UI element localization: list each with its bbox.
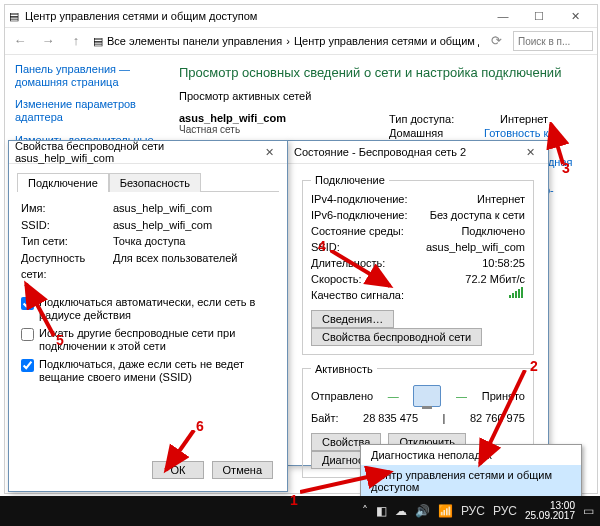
up-button[interactable]: ↑: [65, 31, 87, 51]
close-icon[interactable]: ✕: [257, 141, 281, 163]
breadcrumb[interactable]: ▤ Все элементы панели управления › Центр…: [93, 35, 479, 48]
minimize-button[interactable]: —: [485, 5, 521, 27]
window-title: Центр управления сетями и общим доступом: [19, 10, 485, 22]
tray-app-icon[interactable]: ◧: [376, 504, 387, 518]
tray-lang[interactable]: РУС: [461, 504, 485, 518]
breadcrumb-icon: ▤: [93, 35, 103, 48]
tab-connection[interactable]: Подключение: [17, 173, 109, 192]
computer-icon: [413, 385, 441, 407]
props-title: Свойства беспроводной сети asus_help_wif…: [15, 140, 257, 164]
label-sent: Отправлено: [311, 390, 373, 402]
fieldset-connection: Подключение IPv4-подключение:Интернет IP…: [302, 174, 534, 355]
forward-button[interactable]: →: [37, 31, 59, 51]
close-icon[interactable]: ✕: [518, 141, 542, 163]
menu-item-network-center[interactable]: Центр управления сетями и общим доступом: [361, 465, 581, 497]
label-recv: Принято: [482, 390, 525, 402]
breadcrumb-part[interactable]: Центр управления сетями и общим доступом: [294, 35, 479, 47]
breadcrumb-part[interactable]: Все элементы панели управления: [107, 35, 282, 47]
legend-activity: Активность: [311, 363, 377, 375]
label-access: Тип доступа:: [389, 112, 494, 126]
tray-network-icon[interactable]: 📶: [438, 504, 453, 518]
back-button[interactable]: ←: [9, 31, 31, 51]
tab-security[interactable]: Безопасность: [109, 173, 201, 192]
app-icon: ▤: [9, 10, 19, 23]
cancel-button[interactable]: Отмена: [212, 461, 273, 479]
search-input[interactable]: [513, 31, 593, 51]
tray-up-icon[interactable]: ˄: [362, 504, 368, 518]
status-title: Состояние - Беспроводная сеть 2: [294, 146, 518, 158]
page-subheading: Просмотр активных сетей: [179, 90, 583, 102]
refresh-button[interactable]: ⟳: [485, 31, 507, 51]
menu-item-diagnose[interactable]: Диагностика неполадок: [361, 445, 581, 465]
value-bytes-sent: 28 835 475: [363, 411, 418, 427]
address-bar: ← → ↑ ▤ Все элементы панели управления ›…: [5, 27, 597, 55]
tray-volume-icon[interactable]: 🔊: [415, 504, 430, 518]
wifi-properties-dialog: Свойства беспроводной сети asus_help_wif…: [8, 140, 288, 492]
checkbox-autoconnect[interactable]: Подключаться автоматически, если сеть в …: [21, 296, 275, 322]
wifi-properties-button[interactable]: Свойства беспроводной сети: [311, 328, 482, 346]
checkbox-hidden-ssid[interactable]: Подключаться, даже если сеть не ведет ве…: [21, 358, 275, 384]
network-name: asus_help_wifi_com: [179, 112, 359, 124]
taskbar: ˄ ◧ ☁ 🔊 📶 РУС РУС 13:00 25.09.2017 ▭: [0, 496, 600, 526]
tray-onedrive-icon[interactable]: ☁: [395, 504, 407, 518]
value-access: Интернет: [500, 112, 548, 126]
maximize-button[interactable]: ☐: [521, 5, 557, 27]
tray-notifications-icon[interactable]: ▭: [583, 504, 594, 518]
value-bytes-recv: 82 760 975: [470, 411, 525, 427]
close-button[interactable]: ✕: [557, 5, 593, 27]
titlebar: ▤ Центр управления сетями и общим доступ…: [5, 5, 597, 27]
tray-clock[interactable]: 13:00 25.09.2017: [525, 501, 575, 521]
tray-lang[interactable]: РУС: [493, 504, 517, 518]
details-button[interactable]: Сведения…: [311, 310, 394, 328]
nav-link-adapter[interactable]: Изменение параметров адаптера: [15, 98, 155, 123]
checkbox-search-others[interactable]: Искать другие беспроводные сети при подк…: [21, 327, 275, 353]
nav-link-home[interactable]: Панель управления — домашняя страница: [15, 63, 155, 88]
chevron-right-icon: ›: [286, 35, 290, 47]
network-type: Частная сеть: [179, 124, 359, 135]
ok-button[interactable]: ОК: [152, 461, 205, 479]
tray-context-menu: Диагностика неполадок Центр управления с…: [360, 444, 582, 498]
wifi-signal-icon: [509, 288, 523, 298]
status-dialog: Состояние - Беспроводная сеть 2✕ Подключ…: [287, 140, 549, 466]
legend-connection: Подключение: [311, 174, 389, 186]
page-heading: Просмотр основных сведений о сети и наст…: [179, 65, 583, 80]
